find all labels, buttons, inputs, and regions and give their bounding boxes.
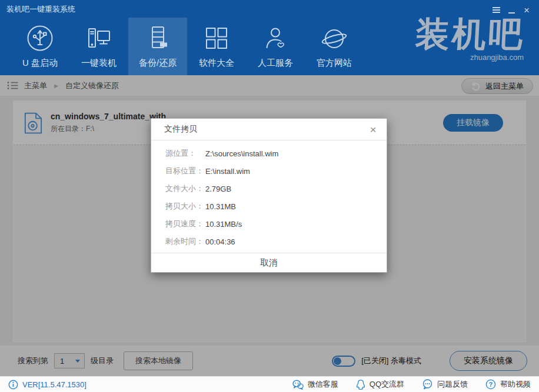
nav-item-support[interactable]: 人工服务 xyxy=(246,18,305,75)
feedback-icon xyxy=(422,379,433,390)
app-window: 装机吧一键重装系统 × U 盘启动 xyxy=(0,0,539,392)
wechat-icon xyxy=(292,380,304,390)
logo-text: 装机吧 xyxy=(414,15,525,53)
qq-group-link[interactable]: QQ交流群 xyxy=(356,379,404,390)
nav-item-usb-boot[interactable]: U 盘启动 xyxy=(11,18,69,75)
grid-icon xyxy=(202,22,231,52)
nav-item-software[interactable]: 软件大全 xyxy=(187,18,246,75)
dialog-row-copied: 拷贝大小： 10.31MB xyxy=(151,197,387,215)
person-icon xyxy=(261,22,290,52)
nav-label: 一键装机 xyxy=(81,58,117,69)
globe-icon xyxy=(320,22,348,52)
file-copy-dialog: 文件拷贝 × 源位置： Z:\sources\install.wim 目标位置：… xyxy=(151,118,387,273)
help-icon: ? xyxy=(485,379,496,390)
nav-label: 软件大全 xyxy=(199,58,234,69)
qq-icon xyxy=(356,379,365,390)
nav-item-backup-restore[interactable]: 备份/还原 xyxy=(128,18,187,75)
wechat-support-link[interactable]: 微信客服 xyxy=(292,379,338,390)
server-icon xyxy=(144,22,172,52)
info-icon xyxy=(8,380,18,390)
version-text: VER[11.5.47.1530] xyxy=(22,380,86,389)
brand-logo: 装机吧 zhuangjiba.com xyxy=(415,15,525,62)
dialog-row-filesize: 文件大小： 2.79GB xyxy=(151,180,387,197)
nav-label: 备份/还原 xyxy=(139,58,177,69)
help-video-link[interactable]: ? 帮助视频 xyxy=(485,379,531,390)
dialog-row-source: 源位置： Z:\sources\install.wim xyxy=(151,145,387,162)
nav-item-one-key-install[interactable]: 一键装机 xyxy=(69,18,128,75)
computer-icon xyxy=(85,22,113,52)
version-info: VER[11.5.47.1530] xyxy=(8,380,86,390)
main-nav: U 盘启动 一键装机 xyxy=(11,18,364,75)
feedback-link[interactable]: 问题反馈 xyxy=(422,379,468,390)
dialog-close-icon[interactable]: × xyxy=(367,124,380,135)
nav-item-website[interactable]: 官方网站 xyxy=(305,18,364,75)
body-area: 主菜单 ▶ 自定义镜像还原 返回主菜单 xyxy=(0,75,539,376)
dialog-row-target: 目标位置： E:\install.wim xyxy=(151,162,387,180)
svg-text:?: ? xyxy=(489,381,493,388)
nav-label: U 盘启动 xyxy=(22,58,58,69)
dialog-body: 源位置： Z:\sources\install.wim 目标位置： E:\ins… xyxy=(151,140,387,253)
dialog-header: 文件拷贝 × xyxy=(151,119,387,140)
app-header: 装机吧一键重装系统 × U 盘启动 xyxy=(0,0,539,75)
usb-icon xyxy=(26,22,54,52)
nav-label: 官方网站 xyxy=(317,58,352,69)
window-title: 装机吧一键重装系统 xyxy=(6,4,75,15)
app-footer: VER[11.5.47.1530] 微信客服 xyxy=(0,376,539,392)
dialog-row-remaining: 剩余时间： 00:04:36 xyxy=(151,233,387,250)
logo-domain: zhuangjiba.com xyxy=(415,53,525,62)
dialog-title: 文件拷贝 xyxy=(164,124,197,135)
nav-label: 人工服务 xyxy=(258,58,293,69)
dialog-cancel-button[interactable]: 取消 xyxy=(151,253,387,272)
dialog-row-speed: 拷贝速度： 10.31MB/s xyxy=(151,215,387,233)
footer-links: 微信客服 QQ交流群 xyxy=(292,379,531,390)
